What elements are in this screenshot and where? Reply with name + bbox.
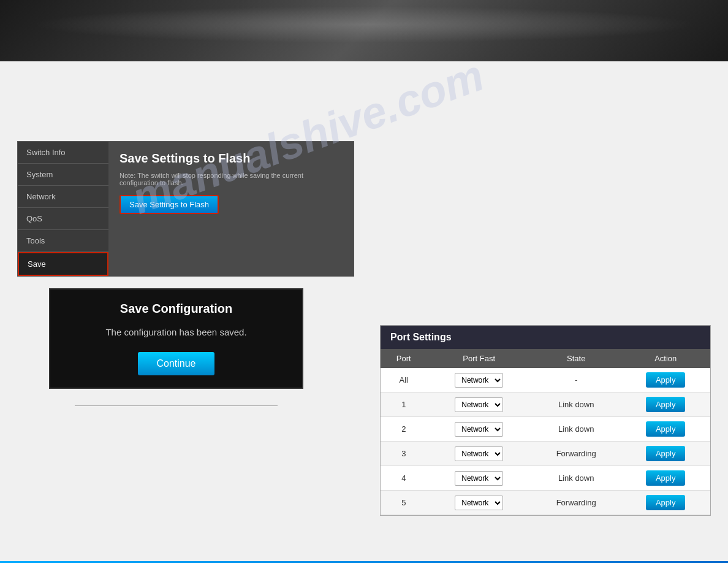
cell-port-fast[interactable]: NetworkEdge <box>427 393 531 417</box>
cell-action[interactable]: Apply <box>621 466 710 491</box>
apply-button[interactable]: Apply <box>646 421 686 437</box>
save-config-dialog: Save Configuration The configuration has… <box>49 288 303 389</box>
apply-button[interactable]: Apply <box>646 446 686 461</box>
apply-button[interactable]: Apply <box>646 495 686 510</box>
cell-port: All <box>381 368 427 393</box>
sidebar-item-system[interactable]: System <box>18 164 108 186</box>
dialog-underline <box>75 405 278 406</box>
page-title: Save Settings to Flash <box>119 151 343 166</box>
cell-port: 3 <box>381 442 427 466</box>
cell-port: 2 <box>381 417 427 442</box>
continue-button[interactable]: Continue <box>138 352 214 375</box>
table-row: 3NetworkEdgeForwardingApply <box>381 442 710 466</box>
cell-action[interactable]: Apply <box>621 442 710 466</box>
port-fast-select[interactable]: NetworkEdge <box>455 496 503 510</box>
save-settings-to-flash-button[interactable]: Save Settings to Flash <box>119 195 219 214</box>
port-fast-select[interactable]: NetworkEdge <box>455 397 503 412</box>
cell-port-fast[interactable]: NetworkEdge <box>427 368 531 393</box>
dialog-message: The configuration has been saved. <box>63 327 290 337</box>
col-state: State <box>531 349 621 368</box>
table-row: 1NetworkEdgeLink downApply <box>381 393 710 417</box>
cell-state: Forwarding <box>531 491 621 515</box>
apply-button[interactable]: Apply <box>646 372 686 388</box>
left-panel: Switch Info System Network QoS Tools Sav… <box>17 141 354 277</box>
port-fast-select[interactable]: NetworkEdge <box>455 446 503 461</box>
cell-action[interactable]: Apply <box>621 393 710 417</box>
port-table: Port Port Fast State Action AllNetworkEd… <box>381 349 710 515</box>
cell-state: Forwarding <box>531 442 621 466</box>
cell-state: - <box>531 368 621 393</box>
dialog-title: Save Configuration <box>63 302 290 316</box>
col-port-fast: Port Fast <box>427 349 531 368</box>
port-fast-select[interactable]: NetworkEdge <box>455 373 503 388</box>
cell-port: 5 <box>381 491 427 515</box>
cell-action[interactable]: Apply <box>621 491 710 515</box>
cell-port-fast[interactable]: NetworkEdge <box>427 491 531 515</box>
cell-action[interactable]: Apply <box>621 368 710 393</box>
cell-state: Link down <box>531 417 621 442</box>
col-action: Action <box>621 349 710 368</box>
table-row: 5NetworkEdgeForwardingApply <box>381 491 710 515</box>
switch-nav: Switch Info System Network QoS Tools Sav… <box>18 142 108 276</box>
cell-port: 1 <box>381 393 427 417</box>
sidebar-item-switch-info[interactable]: Switch Info <box>18 142 108 164</box>
sidebar-item-save[interactable]: Save <box>18 252 108 276</box>
cell-port: 4 <box>381 466 427 491</box>
col-port: Port <box>381 349 427 368</box>
table-row: 4NetworkEdgeLink downApply <box>381 466 710 491</box>
port-settings-panel: Port Settings Port Port Fast State Actio… <box>380 325 711 516</box>
main-content: manualshive.com Switch Info System Netwo… <box>0 61 728 563</box>
port-fast-select[interactable]: NetworkEdge <box>455 471 503 486</box>
cell-action[interactable]: Apply <box>621 417 710 442</box>
cell-port-fast[interactable]: NetworkEdge <box>427 466 531 491</box>
table-row: AllNetworkEdge-Apply <box>381 368 710 393</box>
apply-button[interactable]: Apply <box>646 470 686 486</box>
switch-content: Save Settings to Flash Note: The switch … <box>108 142 354 276</box>
switch-ui: Switch Info System Network QoS Tools Sav… <box>17 141 354 277</box>
apply-button[interactable]: Apply <box>646 397 686 412</box>
port-fast-select[interactable]: NetworkEdge <box>455 422 503 437</box>
header-banner <box>0 0 728 61</box>
cell-port-fast[interactable]: NetworkEdge <box>427 442 531 466</box>
cell-state: Link down <box>531 393 621 417</box>
cell-state: Link down <box>531 466 621 491</box>
sidebar-item-tools[interactable]: Tools <box>18 230 108 252</box>
sidebar-item-network[interactable]: Network <box>18 186 108 208</box>
content-note: Note: The switch will stop responding wh… <box>119 172 343 186</box>
sidebar-item-qos[interactable]: QoS <box>18 208 108 230</box>
cell-port-fast[interactable]: NetworkEdge <box>427 417 531 442</box>
table-row: 2NetworkEdgeLink downApply <box>381 417 710 442</box>
port-settings-header: Port Settings <box>381 326 710 349</box>
